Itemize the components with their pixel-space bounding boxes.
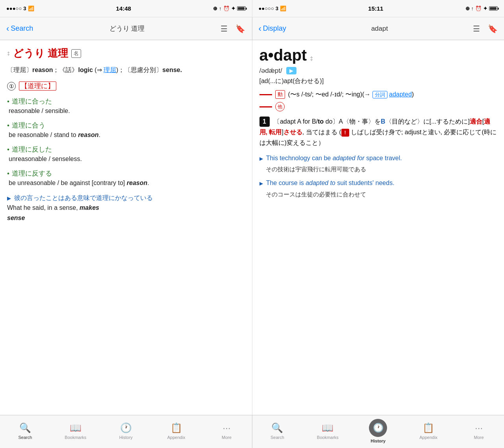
- back-button-left[interactable]: ‹ Search: [6, 24, 33, 34]
- phrase-def-3: unreasonable / senseless.: [7, 156, 245, 163]
- entry-header-left: ‡ どうり 道理 名: [7, 46, 245, 60]
- location-icon-left: ⊕: [213, 6, 217, 11]
- def-num-badge: 1: [259, 117, 270, 127]
- search-tab-icon-right: 🔍: [271, 422, 283, 433]
- bookmark-icon-right[interactable]: 🔖: [488, 24, 498, 33]
- tab-search-left[interactable]: 🔍 Search: [0, 415, 50, 448]
- bluetooth-icon-right: ✦: [483, 6, 487, 11]
- tab-bar-right: 🔍 Search 📖 Bookmarks 🕐 History 📋 Appendi…: [252, 415, 504, 448]
- tab-appendix-left[interactable]: 📋 Appendix: [151, 415, 202, 448]
- nav-bar-right: ‹ Display adapt ☰ 🔖: [252, 17, 504, 40]
- kana-red-left: 【道理に】: [19, 81, 56, 91]
- tab-label-more-right: More: [474, 435, 484, 440]
- tab-bookmarks-right[interactable]: 📖 Bookmarks: [302, 415, 353, 448]
- adapted-link[interactable]: adapted: [389, 91, 412, 98]
- right-panel: a•dapt ‡ /ədǽpt/ ▶ [ad(...に)apt(合わせる)] 動…: [252, 40, 504, 415]
- pos-badge-left: 名: [71, 49, 81, 58]
- verb-forms: (〜s /-ts/; 〜ed /-ɪd/; 〜ing)(→ 分詞 adapted…: [288, 91, 414, 99]
- tab-label-history-left: History: [119, 435, 133, 440]
- section-num-left: ①: [7, 82, 16, 91]
- phrase-def-4: be unreasonable / be against [contrary t…: [7, 180, 245, 187]
- tab-more-left[interactable]: ··· More: [202, 415, 252, 448]
- arrow-icon-left: ↑: [219, 6, 222, 11]
- status-left-carrier: ●●●○○ 3 📶: [6, 6, 34, 11]
- main-content: ‡ どうり 道理 名 〔理屈〕reason；《話》logic (⇒ 理屈)；〔思…: [0, 40, 504, 415]
- bunshi-badge: 分詞: [372, 91, 387, 98]
- adapted-to-italic: adapted to: [306, 180, 335, 186]
- example-block-left: 彼の言ったことはある意味で道理にかなっている What he said, in …: [7, 193, 245, 223]
- left-panel: ‡ どうり 道理 名 〔理屈〕reason；《話》logic (⇒ 理屈)；〔思…: [0, 40, 252, 415]
- example-en-left: What he said, in a sense, makes: [7, 203, 245, 213]
- warn-badge: !: [341, 129, 349, 137]
- main-def-block: 1 〔adapt A for B/to do〕A〈物・事〉をB〈目的など〉に[.…: [259, 116, 497, 148]
- r-headword: a•dapt: [259, 46, 307, 64]
- appendix-tab-icon-right: 📋: [422, 422, 434, 433]
- etymology-block: [ad(...に)apt(合わせる)]: [259, 77, 497, 85]
- bookmark-icon-left[interactable]: 🔖: [235, 24, 245, 33]
- search-tab-icon-left: 🔍: [19, 422, 31, 433]
- bluetooth-icon-left: ✦: [231, 6, 235, 11]
- status-bars: ●●●○○ 3 📶 14:48 ⊕ ↑ ⏰ ✦ ●●○○○ 3 📶 15:11 …: [0, 0, 504, 17]
- other-badge: 他: [275, 102, 285, 111]
- hamburger-icon-right[interactable]: ☰: [473, 24, 480, 33]
- status-bar-right: ●●○○○ 3 📶 15:11 ⊕ ↑ ⏰ ✦: [252, 0, 504, 17]
- play-icon: ▶: [289, 68, 293, 74]
- tab-more-right[interactable]: ··· More: [454, 415, 504, 448]
- tab-history-right[interactable]: 🕐 History: [353, 415, 403, 448]
- tab-appendix-right[interactable]: 📋 Appendix: [403, 415, 454, 448]
- tab-bar-left: 🔍 Search 📖 Bookmarks 🕐 History 📋 Appendi…: [0, 415, 252, 448]
- phonetic: /ədǽpt/: [259, 67, 282, 75]
- phrase-def-2: be reasonable / stand to reason.: [7, 131, 245, 139]
- tab-bars: 🔍 Search 📖 Bookmarks 🕐 History 📋 Appendi…: [0, 415, 504, 448]
- truncated-text: sense: [7, 213, 245, 223]
- nav-bar-left: ‹ Search どうり 道理 ☰ 🔖: [0, 17, 252, 40]
- pronunciation-block: /ədǽpt/ ▶: [259, 67, 497, 75]
- section1-left: ① 【道理に】: [7, 81, 245, 91]
- tab-label-search-left: Search: [19, 435, 32, 440]
- tab-label-appendix-left: Appendix: [167, 435, 185, 440]
- tab-history-left[interactable]: 🕐 History: [101, 415, 151, 448]
- chevron-left-icon-right: ‹: [259, 24, 261, 34]
- nav-title-left: どうり 道理: [109, 24, 145, 33]
- carrier-left: 3: [23, 6, 26, 11]
- phrase-title-1: 道理に合った: [7, 97, 245, 106]
- carrier-right: 3: [276, 6, 278, 11]
- play-audio-button[interactable]: ▶: [286, 67, 296, 74]
- back-button-right[interactable]: ‹ Display: [259, 24, 286, 34]
- def-text-left: 〔理屈〕reason；《話》logic (⇒ 理屈)；〔思慮分別〕sense.: [7, 67, 182, 73]
- phrase-2: 道理に合う be reasonable / stand to reason.: [7, 121, 245, 139]
- battery-left: [237, 6, 246, 11]
- battery-right: [489, 6, 498, 11]
- adapted-for-italic: adapted for: [333, 155, 365, 161]
- bookmarks-tab-icon-right: 📖: [322, 422, 334, 433]
- more-tab-icon-left: ···: [223, 422, 231, 433]
- tab-label-bookmarks-left: Bookmarks: [65, 435, 86, 440]
- signal-dots-right: ●●○○○: [259, 6, 274, 11]
- phrase-4: 道理に反する be unreasonable / be against [con…: [7, 169, 245, 187]
- other-line: 他: [259, 102, 497, 111]
- example-link-left[interactable]: 彼の言ったことはある意味で道理にかなっている: [7, 193, 245, 203]
- red-line-icon: [259, 94, 272, 95]
- riketsu-link[interactable]: 理屈: [104, 67, 116, 73]
- alarm-icon-right: ⏰: [475, 6, 482, 11]
- phrase-title-3: 道理に反した: [7, 145, 245, 154]
- tab-bookmarks-left[interactable]: 📖 Bookmarks: [50, 415, 101, 448]
- nav-bars: ‹ Search どうり 道理 ☰ 🔖 ‹ Display adapt ☰ 🔖: [0, 17, 504, 40]
- tab-search-right[interactable]: 🔍 Search: [252, 415, 303, 448]
- back-label-right: Display: [263, 24, 286, 33]
- verb-line: 動 (〜s /-ts/; 〜ed /-ɪd/; 〜ing)(→ 分詞 adapt…: [259, 90, 497, 99]
- time-right: 15:11: [368, 5, 383, 12]
- example-2-block: The course is adapted to suit students' …: [259, 178, 497, 199]
- example-1-block: This technology can be adapted for space…: [259, 153, 497, 174]
- more-tab-icon-right: ···: [475, 422, 483, 433]
- verb-badge: 動: [275, 90, 285, 99]
- history-tab-icon-left: 🕐: [120, 422, 132, 433]
- nav-icons-right: ☰ 🔖: [473, 24, 498, 33]
- wifi-icon-left: 📶: [28, 6, 34, 11]
- history-tab-icon-right: 🕐: [369, 419, 387, 437]
- hamburger-icon-left[interactable]: ☰: [220, 24, 228, 33]
- phrase-title-2: 道理に合う: [7, 121, 245, 130]
- example-2-ja: そのコースは生徒の必要性に合わせて: [259, 190, 497, 199]
- tab-label-bookmarks-right: Bookmarks: [317, 435, 339, 440]
- back-label-left: Search: [11, 24, 33, 33]
